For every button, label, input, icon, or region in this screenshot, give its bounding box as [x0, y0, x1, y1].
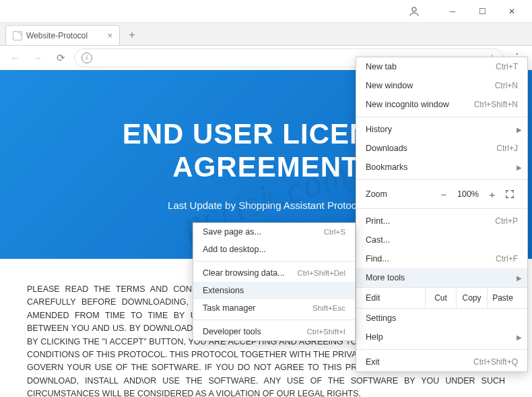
tab-strip: Website-Protocol × +: [0, 23, 532, 46]
menu-new-window[interactable]: New windowCtrl+N: [356, 76, 527, 95]
submenu-task-manager[interactable]: Task managerShift+Esc: [193, 299, 355, 317]
menu-cast[interactable]: Cast...: [356, 231, 527, 249]
window-titlebar: ─ ☐ ✕: [0, 0, 532, 23]
submenu-save-page-as[interactable]: Save page as...Ctrl+S: [193, 223, 355, 241]
fullscreen-button[interactable]: [502, 189, 518, 199]
menu-edit: Edit Cut Copy Paste: [356, 287, 527, 309]
window-maximize-button[interactable]: ☐: [467, 1, 497, 22]
main-menu: New tabCtrl+T New windowCtrl+N New incog…: [356, 57, 528, 372]
submenu-extensions[interactable]: Extensions: [193, 282, 355, 299]
menu-separator: [356, 208, 527, 209]
edit-copy-button[interactable]: Copy: [456, 288, 487, 308]
menu-print[interactable]: Print...Ctrl+P: [356, 212, 527, 231]
menu-exit[interactable]: ExitCtrl+Shift+Q: [356, 353, 527, 371]
edit-cut-button[interactable]: Cut: [425, 288, 456, 308]
zoom-value: 100%: [453, 189, 483, 199]
forward-button[interactable]: →: [28, 49, 47, 67]
account-icon[interactable]: [404, 1, 424, 22]
menu-history[interactable]: History▶: [356, 120, 527, 139]
edit-paste-button[interactable]: Paste: [487, 288, 518, 308]
menu-more-tools[interactable]: More tools▶: [356, 268, 527, 287]
new-tab-button[interactable]: +: [124, 27, 140, 43]
menu-incognito[interactable]: New incognito windowCtrl+Shift+N: [356, 95, 527, 114]
site-info-icon[interactable]: i: [81, 53, 92, 63]
menu-separator: [193, 261, 355, 262]
browser-tab[interactable]: Website-Protocol ×: [5, 25, 120, 45]
menu-settings[interactable]: Settings: [356, 309, 527, 328]
submenu-add-to-desktop[interactable]: Add to desktop...: [193, 241, 355, 258]
submenu-clear-browsing-data[interactable]: Clear browsing data...Ctrl+Shift+Del: [193, 264, 355, 282]
page-icon: [13, 31, 22, 40]
menu-separator: [356, 179, 527, 180]
reload-button[interactable]: ⟳: [51, 49, 70, 67]
chevron-right-icon: ▶: [517, 334, 522, 341]
submenu-developer-tools[interactable]: Developer toolsCtrl+Shift+I: [193, 323, 355, 340]
zoom-in-button[interactable]: +: [483, 189, 502, 200]
menu-downloads[interactable]: DownloadsCtrl+J: [356, 139, 527, 158]
chevron-right-icon: ▶: [517, 126, 522, 133]
menu-zoom: Zoom − 100% +: [356, 183, 527, 206]
menu-bookmarks[interactable]: Bookmarks▶: [356, 158, 527, 177]
window-minimize-button[interactable]: ─: [438, 1, 467, 22]
menu-separator: [193, 319, 355, 320]
tab-close-icon[interactable]: ×: [107, 30, 112, 40]
chevron-right-icon: ▶: [517, 274, 522, 282]
menu-separator: [356, 117, 527, 117]
menu-find[interactable]: Find...Ctrl+F: [356, 249, 527, 268]
more-tools-submenu: Save page as...Ctrl+S Add to desktop... …: [193, 222, 356, 341]
hero-subtitle: Last Update by Shopping Assistant Protoc…: [168, 200, 364, 211]
zoom-out-button[interactable]: −: [434, 189, 453, 200]
chevron-right-icon: ▶: [517, 164, 522, 171]
menu-new-tab[interactable]: New tabCtrl+T: [356, 57, 527, 76]
window-close-button[interactable]: ✕: [497, 1, 527, 22]
menu-help[interactable]: Help▶: [356, 328, 527, 346]
back-button[interactable]: ←: [5, 49, 24, 67]
tab-title: Website-Protocol: [26, 31, 103, 40]
menu-separator: [356, 349, 527, 350]
svg-point-0: [412, 7, 416, 11]
